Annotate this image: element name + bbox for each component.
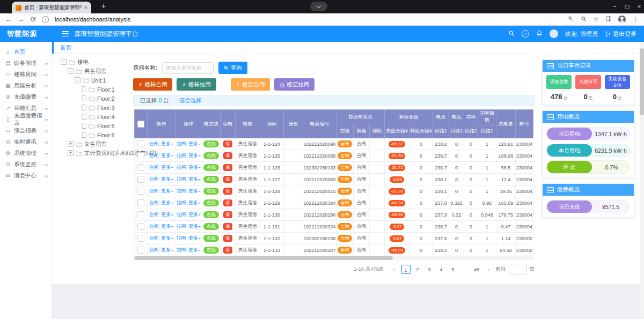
- close-switch-link[interactable]: 合闸: [149, 176, 159, 182]
- sidebar-item-building[interactable]: □楼栋房间: [0, 69, 52, 80]
- sidebar-item-recharge[interactable]: ⊘充值缴费: [0, 91, 52, 102]
- more-link[interactable]: 更多: [161, 153, 173, 158]
- tab-search-button[interactable]: [310, 2, 327, 11]
- collapse-node-icon[interactable]: −: [68, 68, 74, 74]
- browser-menu-icon[interactable]: ⋮: [632, 16, 639, 23]
- close-switch-link[interactable]: 合闸: [149, 165, 159, 170]
- open-switch-link[interactable]: 拉闸: [177, 141, 186, 146]
- more-link[interactable]: 更多: [161, 200, 173, 205]
- row-checkbox[interactable]: [137, 211, 144, 218]
- page-number-3[interactable]: 3: [425, 265, 434, 274]
- horizontal-scrollbar-thumb[interactable]: [134, 256, 393, 260]
- collapse-node-icon[interactable]: −: [75, 77, 80, 83]
- row-checkbox[interactable]: [137, 140, 144, 147]
- more-link[interactable]: 更多: [161, 235, 173, 241]
- bookmark-star-icon[interactable]: ☆: [593, 16, 599, 23]
- close-switch-link[interactable]: 合闸: [149, 212, 159, 217]
- expand-node-icon[interactable]: +: [68, 150, 74, 156]
- row-checkbox[interactable]: [137, 188, 144, 195]
- row-checkbox[interactable]: [137, 176, 144, 183]
- prev-page-button[interactable]: ‹: [390, 265, 399, 274]
- action-button-2[interactable]: ⚡楼栋拉闸: [177, 78, 216, 91]
- more-link[interactable]: 更多: [161, 165, 173, 170]
- more-link[interactable]: 更多: [188, 176, 201, 182]
- row-checkbox[interactable]: [137, 152, 144, 159]
- select-all-checkbox[interactable]: [137, 121, 144, 128]
- row-checkbox[interactable]: [137, 164, 144, 171]
- search-icon[interactable]: [508, 30, 515, 38]
- close-switch-link[interactable]: 合闸: [149, 247, 159, 253]
- more-link[interactable]: 更多: [188, 224, 201, 229]
- open-switch-link[interactable]: 拉闸: [177, 165, 186, 170]
- page-number-5[interactable]: 5: [449, 265, 458, 274]
- sidebar-item-analysis[interactable]: ▦用能分析: [0, 80, 52, 91]
- more-link[interactable]: 更多: [188, 212, 201, 217]
- search-button[interactable]: 查询: [218, 62, 247, 74]
- page-number-2[interactable]: 2: [413, 265, 422, 274]
- expand-node-icon[interactable]: +: [68, 141, 74, 147]
- page-number-1[interactable]: 1: [401, 265, 411, 274]
- goto-page-input[interactable]: [509, 264, 527, 275]
- close-switch-link[interactable]: 合闸: [149, 224, 159, 229]
- open-switch-link[interactable]: 拉闸: [177, 224, 186, 229]
- action-button-3[interactable]: ⚡楼层合闸: [231, 78, 270, 91]
- back-button[interactable]: ←: [5, 16, 12, 23]
- sidebar-item-report[interactable]: ▭综合报表: [0, 125, 52, 136]
- more-link[interactable]: 更多: [188, 188, 201, 194]
- more-link[interactable]: 更多: [161, 212, 173, 217]
- bell-icon[interactable]: [536, 30, 543, 38]
- more-link[interactable]: 更多: [161, 188, 173, 194]
- open-switch-link[interactable]: 拉闸: [177, 188, 186, 194]
- open-switch-link[interactable]: 拉闸: [177, 235, 186, 241]
- close-switch-link[interactable]: 合闸: [149, 141, 159, 146]
- clear-selection-link[interactable]: 清空选择: [179, 97, 202, 105]
- page-scrollbar[interactable]: [640, 42, 644, 319]
- row-checkbox[interactable]: [137, 223, 144, 230]
- window-restore-button[interactable]: ▢: [625, 4, 630, 10]
- more-link[interactable]: 更多: [161, 176, 173, 182]
- more-link[interactable]: 更多: [161, 224, 173, 229]
- site-info-icon[interactable]: i: [42, 16, 49, 23]
- help-icon[interactable]: ?: [522, 30, 529, 38]
- action-button-4[interactable]: ◷楼层拉闸: [274, 78, 314, 91]
- horizontal-scrollbar[interactable]: [134, 256, 535, 260]
- row-checkbox[interactable]: [137, 247, 144, 254]
- open-switch-link[interactable]: 拉闸: [177, 247, 186, 253]
- tab-home[interactable]: 首页: [60, 44, 71, 51]
- sidebar-item-realtime[interactable]: ◎实时通讯: [0, 136, 52, 147]
- close-switch-link[interactable]: 合闸: [149, 188, 159, 194]
- more-link[interactable]: 更多: [188, 165, 201, 170]
- row-checkbox[interactable]: [137, 235, 144, 242]
- logout-button[interactable]: 退出登录: [605, 30, 636, 38]
- more-link[interactable]: 更多: [188, 141, 201, 146]
- password-key-icon[interactable]: [568, 14, 574, 24]
- side-panel-icon[interactable]: [605, 14, 612, 24]
- page-number-48[interactable]: 48: [472, 265, 481, 274]
- more-link[interactable]: 更多: [188, 200, 201, 205]
- sidebar-item-monitor[interactable]: ⊙系统监控: [0, 159, 52, 170]
- more-link[interactable]: 更多: [188, 235, 201, 241]
- close-switch-link[interactable]: 合闸: [149, 200, 159, 205]
- page-scrollbar-thumb[interactable]: [640, 48, 644, 115]
- sidebar-item-system[interactable]: ⚙系统管理: [0, 147, 52, 159]
- tab-close-icon[interactable]: ×: [84, 4, 87, 11]
- sidebar-item-recharge-report[interactable]: ▯充值缴费报表: [0, 114, 52, 125]
- open-switch-link[interactable]: 拉闸: [177, 200, 186, 205]
- url-bar[interactable]: localhost/dashboard/analysis: [55, 16, 130, 23]
- more-link[interactable]: 更多: [188, 247, 201, 253]
- collapse-node-icon[interactable]: −: [61, 59, 67, 65]
- sidebar-item-message[interactable]: ✉消息中心: [0, 170, 52, 181]
- open-switch-link[interactable]: 拉闸: [177, 153, 186, 158]
- window-close-button[interactable]: ×: [638, 4, 641, 10]
- sidebar-item-device[interactable]: ▤设备管理: [0, 57, 52, 69]
- open-switch-link[interactable]: 拉闸: [177, 212, 186, 217]
- page-number-4[interactable]: 4: [437, 265, 446, 274]
- open-switch-link[interactable]: 拉闸: [177, 176, 186, 182]
- new-tab-button[interactable]: +: [99, 1, 108, 11]
- collapse-menu-icon[interactable]: [62, 31, 69, 36]
- close-switch-link[interactable]: 合闸: [149, 153, 159, 158]
- forward-button[interactable]: →: [18, 16, 24, 23]
- sidebar-item-home[interactable]: ⌂首页: [0, 46, 52, 57]
- next-page-button[interactable]: ›: [484, 265, 493, 274]
- close-switch-link[interactable]: 合闸: [149, 235, 159, 241]
